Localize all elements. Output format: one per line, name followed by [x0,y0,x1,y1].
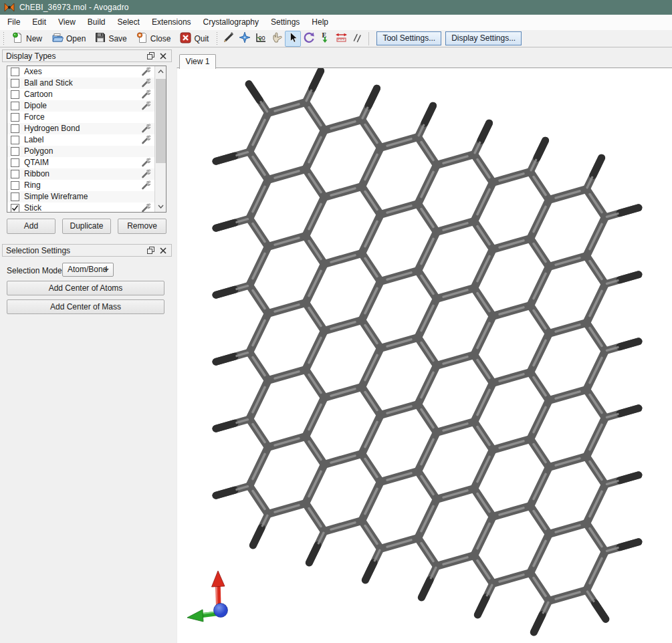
display-type-label: Dipole [24,101,47,110]
display-type-checkbox[interactable] [11,192,19,201]
menu-bar: FileEditViewBuildSelectExtensionsCrystal… [0,15,672,30]
scroll-up-button[interactable] [155,66,166,77]
display-type-row[interactable]: Polygon [7,146,166,157]
scroll-down-button[interactable] [155,201,166,212]
navigate-tool-button[interactable] [237,31,253,47]
menu-item-view[interactable]: View [52,15,82,30]
close-document-icon [136,32,148,45]
display-type-checkbox[interactable] [11,158,19,167]
display-type-checkbox[interactable] [11,147,19,156]
display-type-row[interactable]: Label [7,134,166,146]
display-type-checkbox[interactable] [11,181,19,190]
display-type-label: Cartoon [24,90,53,99]
display-type-row[interactable]: Dipole [7,100,166,112]
close-dock-icon[interactable] [158,51,168,61]
display-type-row[interactable]: Ball and Stick [7,78,166,89]
display-type-checkbox[interactable] [11,124,19,133]
display-type-row[interactable]: QTAIM [7,157,166,168]
wrench-settings-icon[interactable] [141,135,151,146]
float-dock-icon[interactable] [146,51,155,61]
toolbar-grip[interactable] [215,32,219,45]
draw-tool-button[interactable] [221,31,237,47]
remove-display-type-button[interactable]: Remove [118,219,166,234]
selection-settings-dock-header: Selection Settings [2,244,172,257]
display-type-label: QTAIM [24,158,49,167]
quit-button[interactable]: Quit [175,31,213,47]
display-type-checkbox[interactable] [11,79,19,88]
energy-down-icon: E [319,31,331,45]
display-type-row[interactable]: Ring [7,180,166,191]
display-type-checkbox[interactable] [11,170,19,178]
display-type-label: Hydrogen Bond [24,124,80,133]
display-type-row[interactable]: Force [7,112,166,123]
display-type-checkbox[interactable] [11,204,19,213]
wrench-settings-icon[interactable] [141,101,151,112]
display-type-checkbox[interactable] [11,90,19,99]
display-type-row[interactable]: Cartoon [7,89,166,100]
wrench-settings-icon[interactable] [141,67,151,78]
align-tool-button[interactable] [349,31,365,47]
measure-tool-button[interactable] [333,31,349,47]
close-button[interactable]: Close [132,31,176,47]
display-type-row[interactable]: Ribbon [7,168,166,180]
menu-item-file[interactable]: File [1,15,26,30]
display-type-checkbox[interactable] [11,113,19,122]
tab-view-1[interactable]: View 1 [179,54,216,69]
selection-mode-dropdown[interactable]: Atom/Bond [62,263,114,277]
list-scrollbar[interactable] [154,66,166,212]
wrench-settings-icon[interactable] [141,169,151,180]
display-type-label: Polygon [24,146,53,156]
auto-rotate-tool-button[interactable] [301,31,317,47]
scrollbar-thumb[interactable] [156,79,166,163]
open-button[interactable]: Open [47,31,90,47]
menu-item-extensions[interactable]: Extensions [146,15,197,30]
manipulate-tool-button[interactable] [269,31,285,47]
add-display-type-button[interactable]: Add [7,219,55,234]
menu-item-edit[interactable]: Edit [26,15,52,30]
wrench-settings-icon[interactable] [141,90,151,101]
display-type-checkbox[interactable] [11,102,19,110]
display-type-label: Simple Wireframe [24,192,88,201]
selection-mode-value: Atom/Bond [68,265,107,274]
menu-item-settings[interactable]: Settings [265,15,306,30]
ruler-icon [335,31,348,45]
align-lines-icon [351,31,363,45]
menu-item-select[interactable]: Select [112,15,146,30]
selection-tool-button[interactable] [285,31,301,47]
float-dock-icon[interactable] [146,246,155,255]
view-tab-strip: View 1 [174,47,672,68]
auto-optimize-tool-button[interactable]: E [317,31,333,47]
display-type-checkbox[interactable] [11,68,19,76]
add-center-of-mass-button[interactable]: Add Center of Mass [7,299,164,314]
new-document-icon [12,32,23,45]
3d-viewport[interactable] [177,68,672,643]
display-type-row[interactable]: Stick [7,203,166,213]
menu-item-build[interactable]: Build [82,15,112,30]
tool-settings-button[interactable]: Tool Settings... [376,31,441,45]
display-settings-button[interactable]: Display Settings... [445,31,522,45]
wrench-settings-icon[interactable] [141,158,151,169]
wrench-settings-icon[interactable] [141,180,151,192]
close-dock-icon[interactable] [158,246,168,255]
add-center-of-atoms-button[interactable]: Add Center of Atoms [7,281,164,295]
wrench-settings-icon[interactable] [141,78,151,90]
wrench-settings-icon[interactable] [141,124,151,135]
duplicate-display-type-button[interactable]: Duplicate [62,219,111,234]
display-type-label: Stick [24,203,41,213]
display-type-checkbox[interactable] [11,136,19,144]
toolbar-separator [368,32,369,45]
navigate-star-icon [239,31,251,45]
display-types-list[interactable]: AxesBall and StickCartoonDipoleForceHydr… [7,66,166,213]
display-type-row[interactable]: Axes [7,66,166,78]
menu-item-help[interactable]: Help [306,15,334,30]
selection-mode-label: Selection Mode: [7,266,64,275]
menu-item-crystallography[interactable]: Crystallography [197,15,265,30]
display-type-row[interactable]: Hydrogen Bond [7,123,166,134]
wrench-settings-icon[interactable] [141,203,151,213]
bond-centric-tool-button[interactable]: 90 [253,31,269,47]
display-type-row[interactable]: Simple Wireframe [7,191,166,203]
toolbar-grip[interactable] [2,32,5,45]
save-button[interactable]: Save [90,31,131,47]
new-button[interactable]: New [7,31,47,47]
title-bar[interactable]: ChEBI_36973.mol - Avogadro [0,0,672,15]
